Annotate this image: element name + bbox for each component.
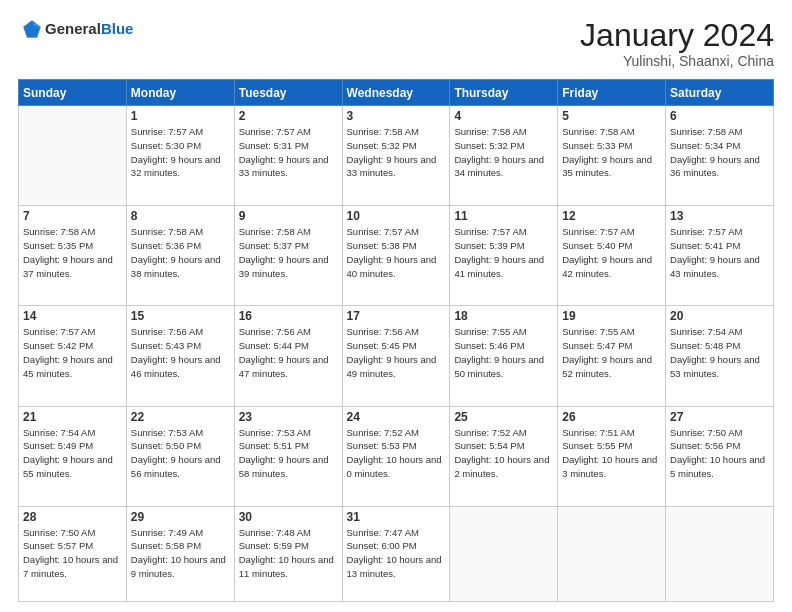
- day-number: 8: [131, 209, 230, 223]
- col-sunday: Sunday: [19, 80, 127, 106]
- day-number: 14: [23, 309, 122, 323]
- table-row: 31Sunrise: 7:47 AM Sunset: 6:00 PM Dayli…: [342, 506, 450, 601]
- col-friday: Friday: [558, 80, 666, 106]
- logo-general: General: [45, 20, 101, 37]
- cell-info: Sunrise: 7:50 AM Sunset: 5:56 PM Dayligh…: [670, 426, 769, 481]
- table-row: 13Sunrise: 7:57 AM Sunset: 5:41 PM Dayli…: [666, 206, 774, 306]
- day-number: 21: [23, 410, 122, 424]
- month-title: January 2024: [580, 18, 774, 53]
- day-number: 18: [454, 309, 553, 323]
- cell-info: Sunrise: 7:56 AM Sunset: 5:45 PM Dayligh…: [347, 325, 446, 380]
- day-number: 1: [131, 109, 230, 123]
- day-number: 31: [347, 510, 446, 524]
- cell-info: Sunrise: 7:58 AM Sunset: 5:37 PM Dayligh…: [239, 225, 338, 280]
- table-row: 20Sunrise: 7:54 AM Sunset: 5:48 PM Dayli…: [666, 306, 774, 406]
- day-number: 4: [454, 109, 553, 123]
- day-number: 17: [347, 309, 446, 323]
- cell-info: Sunrise: 7:57 AM Sunset: 5:42 PM Dayligh…: [23, 325, 122, 380]
- table-row: 28Sunrise: 7:50 AM Sunset: 5:57 PM Dayli…: [19, 506, 127, 601]
- cell-info: Sunrise: 7:58 AM Sunset: 5:36 PM Dayligh…: [131, 225, 230, 280]
- table-row: 11Sunrise: 7:57 AM Sunset: 5:39 PM Dayli…: [450, 206, 558, 306]
- cell-info: Sunrise: 7:56 AM Sunset: 5:44 PM Dayligh…: [239, 325, 338, 380]
- table-row: 27Sunrise: 7:50 AM Sunset: 5:56 PM Dayli…: [666, 406, 774, 506]
- day-number: 3: [347, 109, 446, 123]
- day-number: 2: [239, 109, 338, 123]
- table-row: 12Sunrise: 7:57 AM Sunset: 5:40 PM Dayli…: [558, 206, 666, 306]
- day-number: 26: [562, 410, 661, 424]
- table-row: 29Sunrise: 7:49 AM Sunset: 5:58 PM Dayli…: [126, 506, 234, 601]
- cell-info: Sunrise: 7:57 AM Sunset: 5:39 PM Dayligh…: [454, 225, 553, 280]
- cell-info: Sunrise: 7:58 AM Sunset: 5:32 PM Dayligh…: [454, 125, 553, 180]
- day-number: 30: [239, 510, 338, 524]
- location: Yulinshi, Shaanxi, China: [580, 53, 774, 69]
- day-number: 5: [562, 109, 661, 123]
- day-number: 25: [454, 410, 553, 424]
- table-row: 19Sunrise: 7:55 AM Sunset: 5:47 PM Dayli…: [558, 306, 666, 406]
- cell-info: Sunrise: 7:57 AM Sunset: 5:31 PM Dayligh…: [239, 125, 338, 180]
- table-row: 18Sunrise: 7:55 AM Sunset: 5:46 PM Dayli…: [450, 306, 558, 406]
- day-number: 15: [131, 309, 230, 323]
- cell-info: Sunrise: 7:56 AM Sunset: 5:43 PM Dayligh…: [131, 325, 230, 380]
- cell-info: Sunrise: 7:57 AM Sunset: 5:30 PM Dayligh…: [131, 125, 230, 180]
- cell-info: Sunrise: 7:54 AM Sunset: 5:49 PM Dayligh…: [23, 426, 122, 481]
- day-number: 20: [670, 309, 769, 323]
- day-number: 28: [23, 510, 122, 524]
- table-row: 9Sunrise: 7:58 AM Sunset: 5:37 PM Daylig…: [234, 206, 342, 306]
- day-number: 10: [347, 209, 446, 223]
- day-number: 24: [347, 410, 446, 424]
- day-number: 19: [562, 309, 661, 323]
- cell-info: Sunrise: 7:55 AM Sunset: 5:46 PM Dayligh…: [454, 325, 553, 380]
- table-row: 10Sunrise: 7:57 AM Sunset: 5:38 PM Dayli…: [342, 206, 450, 306]
- cell-info: Sunrise: 7:53 AM Sunset: 5:51 PM Dayligh…: [239, 426, 338, 481]
- cell-info: Sunrise: 7:52 AM Sunset: 5:53 PM Dayligh…: [347, 426, 446, 481]
- table-row: [450, 506, 558, 601]
- table-row: 21Sunrise: 7:54 AM Sunset: 5:49 PM Dayli…: [19, 406, 127, 506]
- logo-blue: Blue: [101, 20, 134, 37]
- day-number: 12: [562, 209, 661, 223]
- table-row: 23Sunrise: 7:53 AM Sunset: 5:51 PM Dayli…: [234, 406, 342, 506]
- day-number: 23: [239, 410, 338, 424]
- calendar-table: Sunday Monday Tuesday Wednesday Thursday…: [18, 79, 774, 602]
- col-tuesday: Tuesday: [234, 80, 342, 106]
- cell-info: Sunrise: 7:54 AM Sunset: 5:48 PM Dayligh…: [670, 325, 769, 380]
- col-monday: Monday: [126, 80, 234, 106]
- cell-info: Sunrise: 7:48 AM Sunset: 5:59 PM Dayligh…: [239, 526, 338, 581]
- table-row: 1Sunrise: 7:57 AM Sunset: 5:30 PM Daylig…: [126, 106, 234, 206]
- col-wednesday: Wednesday: [342, 80, 450, 106]
- day-number: 27: [670, 410, 769, 424]
- cell-info: Sunrise: 7:55 AM Sunset: 5:47 PM Dayligh…: [562, 325, 661, 380]
- cell-info: Sunrise: 7:58 AM Sunset: 5:35 PM Dayligh…: [23, 225, 122, 280]
- cell-info: Sunrise: 7:57 AM Sunset: 5:41 PM Dayligh…: [670, 225, 769, 280]
- cell-info: Sunrise: 7:58 AM Sunset: 5:32 PM Dayligh…: [347, 125, 446, 180]
- table-row: 25Sunrise: 7:52 AM Sunset: 5:54 PM Dayli…: [450, 406, 558, 506]
- table-row: 24Sunrise: 7:52 AM Sunset: 5:53 PM Dayli…: [342, 406, 450, 506]
- cell-info: Sunrise: 7:53 AM Sunset: 5:50 PM Dayligh…: [131, 426, 230, 481]
- table-row: 8Sunrise: 7:58 AM Sunset: 5:36 PM Daylig…: [126, 206, 234, 306]
- cell-info: Sunrise: 7:52 AM Sunset: 5:54 PM Dayligh…: [454, 426, 553, 481]
- cell-info: Sunrise: 7:49 AM Sunset: 5:58 PM Dayligh…: [131, 526, 230, 581]
- cell-info: Sunrise: 7:58 AM Sunset: 5:33 PM Dayligh…: [562, 125, 661, 180]
- day-number: 6: [670, 109, 769, 123]
- day-number: 22: [131, 410, 230, 424]
- logo-text: GeneralBlue: [45, 20, 133, 38]
- table-row: 6Sunrise: 7:58 AM Sunset: 5:34 PM Daylig…: [666, 106, 774, 206]
- col-thursday: Thursday: [450, 80, 558, 106]
- table-row: 7Sunrise: 7:58 AM Sunset: 5:35 PM Daylig…: [19, 206, 127, 306]
- calendar-header-row: Sunday Monday Tuesday Wednesday Thursday…: [19, 80, 774, 106]
- day-number: 7: [23, 209, 122, 223]
- cell-info: Sunrise: 7:50 AM Sunset: 5:57 PM Dayligh…: [23, 526, 122, 581]
- cell-info: Sunrise: 7:47 AM Sunset: 6:00 PM Dayligh…: [347, 526, 446, 581]
- day-number: 29: [131, 510, 230, 524]
- logo-icon: [21, 18, 43, 40]
- col-saturday: Saturday: [666, 80, 774, 106]
- cell-info: Sunrise: 7:57 AM Sunset: 5:40 PM Dayligh…: [562, 225, 661, 280]
- header: GeneralBlue January 2024 Yulinshi, Shaan…: [18, 18, 774, 69]
- table-row: [19, 106, 127, 206]
- table-row: 3Sunrise: 7:58 AM Sunset: 5:32 PM Daylig…: [342, 106, 450, 206]
- table-row: 17Sunrise: 7:56 AM Sunset: 5:45 PM Dayli…: [342, 306, 450, 406]
- table-row: 16Sunrise: 7:56 AM Sunset: 5:44 PM Dayli…: [234, 306, 342, 406]
- table-row: 4Sunrise: 7:58 AM Sunset: 5:32 PM Daylig…: [450, 106, 558, 206]
- table-row: 22Sunrise: 7:53 AM Sunset: 5:50 PM Dayli…: [126, 406, 234, 506]
- cell-info: Sunrise: 7:51 AM Sunset: 5:55 PM Dayligh…: [562, 426, 661, 481]
- logo: GeneralBlue: [18, 18, 133, 40]
